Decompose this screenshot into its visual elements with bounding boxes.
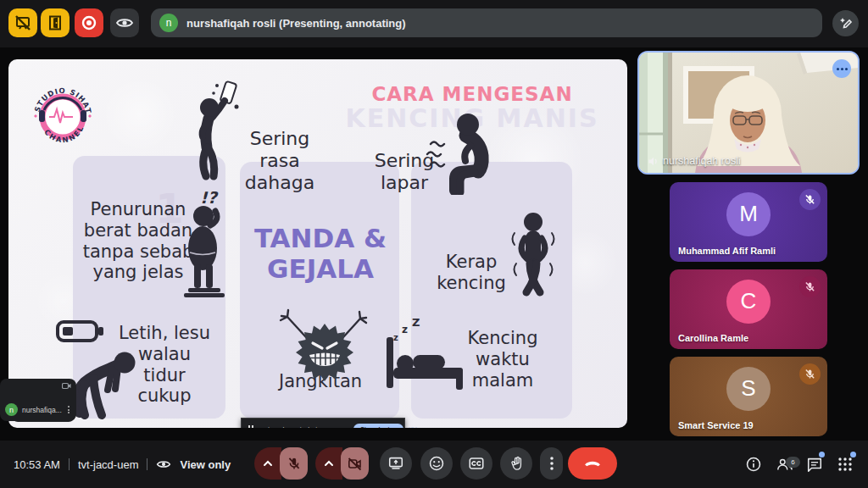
mic-muted-badge: [799, 189, 821, 210]
present-screen-icon: [387, 455, 404, 472]
speaker-name: nurshafiqah rosli: [663, 155, 741, 167]
night-urination-bed-icon: z z Z: [383, 317, 468, 393]
notification-dot: [819, 452, 825, 458]
audio-indicator-icon: [648, 156, 659, 167]
info-icon: [745, 456, 762, 473]
raise-hand-icon: [508, 455, 525, 472]
weight-loss-figure: [166, 200, 234, 302]
annotate-pen-button[interactable]: [832, 10, 859, 36]
view-mode-label: View only: [180, 458, 231, 471]
frequent-urination-figure: [504, 211, 563, 304]
more-options-button[interactable]: [540, 447, 563, 480]
meeting-info: 10:53 AM tvt-jacd-uem View only: [14, 441, 231, 488]
sharing-message: meet.google.com is sharing your screen.: [258, 426, 353, 429]
door-icon: [47, 14, 64, 31]
participant-tile[interactable]: M Muhammad Afif Ramli: [670, 182, 827, 262]
self-view-name: nurshafiqa...: [22, 406, 62, 414]
apps-grid-icon: [837, 457, 853, 472]
label-kencing-waktu-malam: Kencing waktu malam: [468, 328, 538, 391]
label-kerap-kencing: Kerap kencing: [437, 252, 506, 294]
tile-options-button[interactable]: [832, 59, 851, 78]
stop-sharing-button[interactable]: Stop sharing: [353, 424, 403, 429]
svg-text:Z: Z: [412, 317, 420, 329]
participant-tile[interactable]: S Smart Service 19: [670, 357, 827, 436]
participant-tile[interactable]: C Carollina Ramle: [670, 269, 827, 349]
hide-toast-link[interactable]: Hide: [409, 426, 420, 429]
bottom-control-bar: 10:53 AM tvt-jacd-uem View only: [0, 441, 868, 488]
meet-window: n nurshafiqah rosli (Presenting, annotat…: [0, 0, 868, 488]
speaker-video-tile[interactable]: nurshafiqah rosli: [637, 51, 860, 175]
shared-slide: STUDIO SIHAT CHANNEL CARA MENGESAN KENCI…: [8, 59, 627, 428]
camera-off-icon[interactable]: [341, 447, 369, 480]
chat-panel-button[interactable]: [804, 441, 826, 488]
self-view-tile[interactable]: n nurshafiqa...: [0, 379, 76, 421]
eye-icon: [115, 14, 134, 32]
meeting-details-button[interactable]: [743, 441, 765, 488]
divider: [147, 458, 147, 470]
record-icon: [81, 14, 97, 31]
presenter-status-chip[interactable]: n nurshafiqah rosli (Presenting, annotat…: [151, 8, 822, 37]
no-annotation-icon: [14, 14, 31, 31]
participant-name: Muhammad Afif Ramli: [678, 246, 776, 256]
infection-germ-icon: [275, 307, 369, 391]
studio-sihat-channel-logo: STUDIO SIHAT CHANNEL: [27, 81, 98, 152]
pause-icon: [248, 425, 253, 429]
divider: [69, 458, 70, 470]
camera-icon: [62, 382, 71, 390]
view-only-eye-icon: [156, 457, 171, 472]
captions-button[interactable]: [460, 447, 492, 480]
leave-call-button[interactable]: [568, 447, 617, 480]
bokeh-decoration: [102, 76, 178, 152]
camera-button-group[interactable]: [315, 447, 369, 480]
thirsty-person-figure: [183, 80, 242, 194]
self-view-menu-button[interactable]: [68, 406, 70, 413]
viewer-mode-button[interactable]: [110, 8, 139, 37]
mic-muted-icon[interactable]: [280, 447, 308, 480]
camera-options-chevron[interactable]: [315, 447, 342, 480]
participant-avatar: M: [726, 192, 771, 236]
leave-room-button[interactable]: [41, 8, 70, 37]
hungry-person-figure: [422, 110, 498, 195]
presenter-status-label: nurshafiqah rosli (Presenting, annotatin…: [186, 17, 406, 30]
present-screen-button[interactable]: [380, 447, 412, 480]
mic-muted-badge: [799, 276, 821, 297]
svg-text:z: z: [402, 324, 408, 336]
end-call-icon: [583, 459, 602, 468]
activities-button[interactable]: [834, 441, 856, 488]
magic-pen-icon: [838, 16, 854, 31]
slide-heading-tanda-gejala: TANDA & GEJALA: [254, 224, 387, 285]
vertical-dots-icon: [550, 457, 554, 470]
record-button[interactable]: [75, 8, 103, 37]
mic-muted-badge: [799, 363, 821, 385]
svg-text:z: z: [393, 333, 398, 342]
label-sering-rasa-dahaga: Sering rasa dahaga: [245, 128, 314, 194]
participant-name: Carollina Ramle: [678, 333, 748, 343]
raise-hand-button[interactable]: [500, 447, 532, 480]
mic-button-group[interactable]: [254, 447, 308, 480]
participant-avatar: S: [726, 367, 771, 411]
presenter-avatar: n: [159, 14, 178, 32]
top-bar: n nurshafiqah rosli (Presenting, annotat…: [0, 0, 868, 47]
meeting-code: tvt-jacd-uem: [78, 458, 139, 471]
screen-sharing-toast: meet.google.com is sharing your screen. …: [241, 418, 405, 428]
clock-time: 10:53 AM: [14, 458, 60, 471]
presentation-stage: STUDIO SIHAT CHANNEL CARA MENGESAN KENCI…: [0, 47, 868, 441]
self-avatar: n: [5, 403, 18, 416]
notification-dot: [850, 452, 856, 458]
participant-name: Smart Service 19: [678, 420, 754, 430]
annotation-off-button[interactable]: [8, 8, 37, 37]
captions-icon: [468, 455, 485, 472]
smiley-icon: [428, 455, 445, 472]
chat-icon: [806, 456, 823, 473]
slide-title-line1: CARA MENGESAN: [371, 83, 572, 105]
mic-options-chevron[interactable]: [254, 447, 281, 480]
participant-count-badge: 6: [786, 457, 800, 468]
participant-avatar: C: [726, 280, 771, 324]
reactions-button[interactable]: [420, 447, 453, 480]
